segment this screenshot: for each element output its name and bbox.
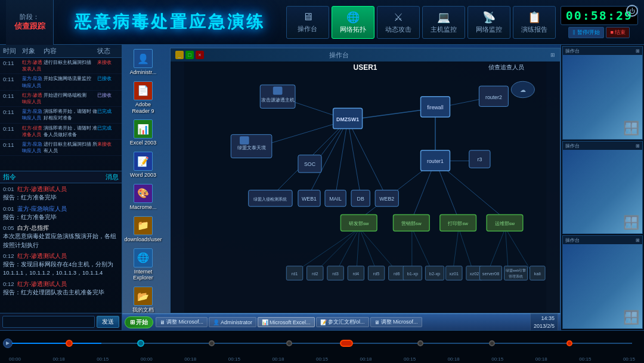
stage-label: 阶段： (20, 13, 39, 21)
row-time: 0:11 (3, 75, 22, 88)
send-button[interactable]: 发送 (97, 316, 119, 328)
desktop-icon-excel[interactable]: 📊 Excel 2003 (125, 118, 161, 147)
timeline-marker-5 (417, 340, 423, 346)
play-button[interactable]: ▶ (3, 339, 13, 348)
close-button[interactable]: × (196, 51, 204, 59)
taskbar-item-4[interactable]: 📝 参文汇文档/ol... (316, 317, 369, 327)
tab-network[interactable]: 🌐 网络拓扑 (332, 6, 374, 39)
start-label: 开始 (136, 318, 148, 327)
tl-3: 00:00 (141, 356, 153, 362)
end-button[interactable]: ■ 结束 (606, 27, 630, 38)
msg-log: 0:01 红方-渗透测试人员 报告：红方准备完毕 0:01 蓝方-应急响应人员 … (0, 183, 122, 313)
screen-header-1: 操作台 ⊞ (563, 47, 642, 56)
taskbar-icon-2: 👤 (213, 319, 219, 325)
minimize-button[interactable]: _ (175, 51, 184, 59)
timeline-marker-6 (489, 340, 495, 346)
row-party: 红方-侦查准备人员 (22, 125, 44, 138)
mini-desktop-1: 🪟 (563, 55, 642, 139)
tab-host[interactable]: 💻 主机监控 (422, 6, 465, 39)
tab-attack[interactable]: ⚔ 动态攻击 (377, 6, 420, 39)
taskbar-item-2[interactable]: 👤 Administrator (209, 317, 256, 327)
operator-icon: 🖥 (302, 11, 313, 23)
tl-10: 00:18 (448, 356, 460, 362)
timeline-marker-cluster (340, 340, 353, 347)
row-party: 蓝方-应急响应人员 (22, 108, 44, 121)
ie-label: Internet Explorer (126, 269, 160, 282)
desktop-icon-macromedia[interactable]: 🎨 Macrome... (125, 183, 161, 212)
msg-entry: 0:12 红方-渗透测试人员 报告：发现目标网段存在4台主机，分别为10.1.1… (3, 252, 119, 278)
tab-report[interactable]: 📋 演练报告 (513, 6, 556, 39)
row-status: 已接收 (97, 92, 119, 105)
msg-content: 报告：红方准备完毕 (3, 194, 57, 201)
col-content: 内容 (44, 47, 97, 56)
nav-tabs: 🖥 操作台 🌐 网络拓扑 ⚔ 动态攻击 💻 主机监控 📡 网络监控 📋 演练报告 (286, 6, 556, 39)
win-logo-2: 🪟 (623, 215, 639, 230)
tl-8: 00:18 (360, 356, 372, 362)
win-logo-3: 🪟 (623, 310, 639, 325)
right-screen-3[interactable]: 操作台 ⊞ USER1 红方 侦查追查人员 🪟 (562, 235, 643, 329)
tl-14: 00:15 (623, 356, 635, 362)
left-panel: 时间 对象 内容 状态 0:11 红方-渗透发表人员 进行目标主机漏洞扫描 来接… (0, 45, 122, 330)
svg-text:rd4: rd4 (353, 271, 360, 276)
instructions-label: 指令 (3, 173, 100, 182)
topology-svg: 攻击源渗透主机 绿盟文泰天境 DMZSW1 firewall router2 (171, 61, 560, 313)
taskbar-item-3[interactable]: 📊 Microsoft Excel... (258, 317, 315, 327)
taskbar-clock: 14:35 2013/2/5 (530, 313, 558, 330)
svg-rect-93 (273, 87, 283, 95)
msg-party: 蓝方-应急响应人员 (17, 205, 67, 212)
timeline-marker-3 (209, 340, 215, 346)
row-status: 已完成 (97, 108, 119, 121)
topo-title: 操作台 (204, 51, 474, 60)
svg-text:WEB1: WEB1 (302, 196, 317, 202)
taskbar-label-2: Administrator (221, 319, 252, 325)
msg-time: 0:12 (3, 253, 14, 259)
right-screen-2[interactable]: 操作台 ⊞ USER1 红方 侦查追查人员 🪟 (562, 141, 643, 235)
documents-icon: 📂 (134, 287, 153, 306)
row-party: 红方-渗透响应人员 (22, 92, 44, 105)
svg-text:rd1: rd1 (292, 271, 298, 276)
desktop-icon-word[interactable]: 📝 Word 2003 (125, 150, 161, 180)
svg-text:研发部sw: 研发部sw (349, 221, 369, 226)
log-row: 0:11 蓝方-应急响应人员 演练即将开始，请随时 做好相应对准备 已完成 (0, 107, 122, 123)
adobe-icon: 📄 (134, 81, 153, 100)
desktop-icon-downloads[interactable]: 📁 downloads\user (125, 215, 161, 244)
taskbar-item-1[interactable]: 🖥 调整 Microsof... (156, 317, 208, 327)
win-logo-1: 🪟 (623, 121, 639, 136)
taskbar-item-5[interactable]: 🖥 调整 Microsof... (370, 317, 422, 327)
msg-party: 红方-渗透测试人员 (17, 186, 67, 192)
expand-btn-1[interactable]: ⊞ (636, 48, 640, 54)
desktop-icon-admin[interactable]: 👤 Administr... (125, 48, 161, 77)
svg-rect-94 (240, 136, 249, 144)
tl-11: 00:15 (491, 356, 503, 362)
message-input[interactable] (2, 316, 95, 328)
maximize-button[interactable]: □ (185, 51, 194, 59)
right-screen-1[interactable]: 操作台 ⊞ USER1 红方 侦查追查人员 🪟 (562, 46, 643, 140)
msg-party: 白方-总指挥 (17, 224, 49, 231)
power-button[interactable]: ⏻ (626, 5, 638, 17)
main-title: 恶意病毒处置应急演练 (60, 11, 280, 33)
stage-panel: 阶段： 侦查跟踪 (6, 0, 54, 45)
desktop-icon-adobe[interactable]: 📄 Adobe Reader 9 (125, 80, 161, 116)
topo-titlebar: _ □ × 操作台 ⊞ (171, 48, 560, 61)
start-button[interactable]: ⊞ 开始 (125, 316, 153, 328)
taskbar: ⊞ 开始 🖥 调整 Microsof... 👤 Administrator 📊 … (122, 313, 561, 330)
msg-time: 0:01 (3, 205, 14, 212)
row-status: 来接收 (97, 141, 119, 154)
tab-netmon[interactable]: 📡 网络监控 (467, 6, 510, 39)
expand-btn-2[interactable]: ⊞ (636, 143, 640, 149)
svg-text:rd3: rd3 (332, 271, 339, 276)
svg-text:rd5: rd5 (373, 271, 380, 276)
word-icon: 📝 (134, 152, 153, 171)
expand-btn-3[interactable]: ⊞ (636, 238, 640, 243)
svg-text:rd6: rd6 (394, 271, 400, 276)
svg-text:管理系统: 管理系统 (509, 274, 523, 278)
desktop-icon-ie[interactable]: 🌐 Internet Explorer (125, 247, 161, 283)
admin-icon: 👤 (134, 49, 153, 68)
tab-operator[interactable]: 🖥 操作台 (286, 6, 329, 39)
instructions-divider: 指令 消息 (0, 171, 122, 183)
desktop-icon-documents[interactable]: 📂 我的文档 (125, 285, 161, 315)
timeline-marker-2 (137, 340, 144, 347)
pause-button[interactable]: ‖ 暂停/开始 (568, 27, 604, 38)
msg-entry: 0:12 红方-渗透测试人员 报告：红方处理团队攻击主机准备完毕 (3, 280, 119, 297)
col-time: 时间 (3, 47, 22, 56)
